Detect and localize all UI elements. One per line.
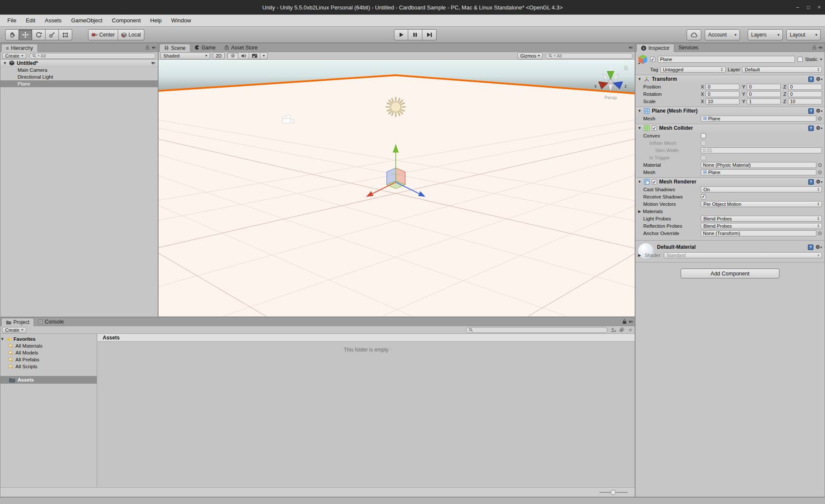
panel-menu-icon[interactable]: ▾≡ [819,45,822,50]
tab-hierarchy[interactable]: ≡ Hierarchy [1,44,38,52]
light-probes-dropdown[interactable]: Blend Probes‡ [701,216,822,222]
favorite-all-models[interactable]: All Models [0,349,97,356]
account-dropdown[interactable]: Account▾ [705,29,740,40]
gear-icon[interactable]: ⚙▾ [816,244,822,250]
pivot-center-button[interactable]: Center [88,29,118,40]
component-enabled-checkbox[interactable]: ✓ [652,179,657,184]
convex-checkbox[interactable] [701,133,706,138]
foldout-icon[interactable]: ▼ [638,126,642,130]
hierarchy-search-input[interactable]: ▾ All [29,53,156,59]
object-picker-icon[interactable]: ⊙ [818,231,822,236]
mesh-collider-header[interactable]: ▼ ✓ Mesh Collider ? ⚙▾ [636,124,825,132]
foldout-icon[interactable]: ▼ [0,337,4,341]
scene-search-input[interactable]: ▾ All [545,53,633,59]
foldout-icon[interactable]: ▼ [3,61,7,65]
gizmos-dropdown[interactable]: Gizmos▾ [517,52,543,59]
scene-row-menu-icon[interactable]: ▾≡ [151,61,158,65]
thumbnail-zoom-slider[interactable] [599,489,628,495]
panel-menu-icon[interactable]: ▾≡ [629,319,632,324]
rect-tool-button[interactable] [59,29,72,40]
help-icon[interactable]: ? [808,179,814,185]
tab-game[interactable]: Game [190,43,220,52]
hierarchy-scene-row[interactable]: ▼ Untitled* ▾≡ [0,60,158,67]
favorite-all-scripts[interactable]: All Scripts [0,363,97,370]
help-icon[interactable]: ? [808,76,814,82]
lighting-toggle-button[interactable] [227,52,238,59]
hierarchy-item-plane[interactable]: Plane [0,80,158,87]
search-by-label-icon[interactable] [619,327,625,333]
anchor-override-object-field[interactable]: None (Transform) [701,230,816,236]
position-z-field[interactable] [788,84,822,90]
receive-shadows-checkbox[interactable]: ✓ [701,194,706,199]
scene-viewport[interactable]: y x z Persp [159,60,635,316]
minimize-icon[interactable]: – [796,4,799,10]
scale-x-field[interactable] [706,98,739,104]
tab-console[interactable]: Console [34,318,68,326]
draw-mode-dropdown[interactable]: Shaded▾ [160,52,210,59]
project-create-dropdown[interactable]: Create▾ [2,327,26,333]
add-component-button[interactable]: Add Component [681,269,779,278]
step-button[interactable] [422,29,437,40]
scale-tool-button[interactable] [46,29,59,40]
position-x-field[interactable] [706,84,739,90]
gear-icon[interactable]: ⚙▾ [816,125,822,131]
menu-help[interactable]: Help [146,15,167,25]
physic-material-object-field[interactable]: None (Physic Material) [701,162,816,168]
menu-gameobject[interactable]: GameObject [66,15,107,25]
gear-icon[interactable]: ⚙▾ [816,108,822,113]
rotate-tool-button[interactable] [32,29,46,40]
favorites-row[interactable]: ▼ ★ Favorites [0,336,97,342]
mesh-renderer-header[interactable]: ▼ ✓ Mesh Renderer ? ⚙▾ [636,177,825,186]
component-enabled-checkbox[interactable]: ✓ [652,125,657,131]
rotation-z-field[interactable] [788,91,822,97]
project-search-field[interactable] [474,327,605,333]
layer-dropdown[interactable]: Default‡ [742,67,822,73]
gear-icon[interactable]: ⚙▾ [816,76,822,82]
menu-component[interactable]: Component [107,15,145,25]
mesh-object-field[interactable]: ⊞ Plane [701,116,816,122]
scale-y-field[interactable] [747,98,781,104]
move-tool-button[interactable] [19,29,32,40]
help-icon[interactable]: ? [808,244,813,250]
static-checkbox[interactable] [798,57,803,62]
object-picker-icon[interactable]: ⊙ [818,162,822,168]
menu-window[interactable]: Window [166,15,196,25]
close-icon[interactable]: × [818,4,821,10]
object-name-field[interactable] [658,56,795,63]
cloud-services-button[interactable] [687,29,701,40]
foldout-icon[interactable]: ▼ [638,180,642,184]
menu-edit[interactable]: Edit [21,15,40,25]
object-picker-icon[interactable]: ⊙ [818,116,822,121]
foldout-icon[interactable]: ▼ [638,77,642,81]
tab-services[interactable]: Services [674,43,703,52]
cast-shadows-dropdown[interactable]: On‡ [701,186,822,192]
panel-menu-icon[interactable]: ▾≡ [152,45,156,50]
help-icon[interactable]: ? [808,108,814,114]
tab-inspector[interactable]: i Inspector [636,44,674,52]
lock-icon[interactable] [146,45,150,50]
handle-local-button[interactable]: Local [118,29,144,40]
audio-toggle-button[interactable] [238,52,249,59]
layers-dropdown[interactable]: Layers▾ [748,29,783,40]
scale-z-field[interactable] [788,98,822,104]
persp-label[interactable]: Persp [605,95,617,100]
menu-file[interactable]: File [3,15,21,25]
saved-search-star-icon[interactable]: ★ [628,327,633,333]
project-search-input[interactable] [466,327,608,333]
maximize-icon[interactable]: □ [807,4,810,10]
menu-assets[interactable]: Assets [40,15,66,25]
tag-dropdown[interactable]: Untagged‡ [660,67,726,73]
panel-menu-icon[interactable]: ▾≡ [629,45,632,50]
2d-toggle-button[interactable]: 2D [213,52,225,59]
search-by-type-icon[interactable] [611,327,616,333]
effects-toggle-button[interactable] [249,52,260,59]
tab-asset-store[interactable]: Asset Store [220,43,262,52]
collider-mesh-object-field[interactable]: ⊞ Plane [701,169,816,175]
materials-row[interactable]: ▶ Materials [636,208,825,215]
motion-vectors-dropdown[interactable]: Per Object Motion‡ [701,201,822,207]
static-dropdown-icon[interactable]: ▾ [820,57,822,61]
gameobject-cube-icon[interactable] [638,54,648,64]
tab-scene[interactable]: Scene [159,44,190,52]
reflection-probes-dropdown[interactable]: Blend Probes‡ [701,223,822,229]
directional-light-gizmo[interactable] [386,98,405,116]
